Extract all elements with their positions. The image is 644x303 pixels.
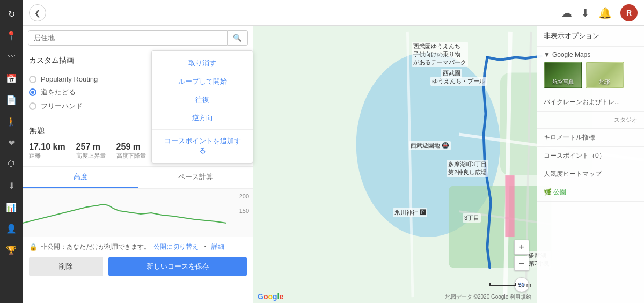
stat-distance: 17.10 km 距離 <box>29 142 65 160</box>
right-maps-title: ▼ Google Maps <box>544 51 638 58</box>
topbar: ❮ ☁ ⬇ 🔔 R <box>23 0 644 26</box>
stat-elevation-loss-value: 259 m <box>116 142 146 152</box>
avatar[interactable]: R <box>620 4 638 21</box>
sidebar-activity-icon[interactable]: 🚶 <box>2 112 21 131</box>
context-menu: 取り消す ループして開始 往復 逆方向 コースポイントを追加する <box>151 50 253 164</box>
map-thumb-aerial[interactable]: 航空写真 <box>544 62 582 88</box>
sidebar-refresh-icon[interactable]: ↻ <box>2 4 21 24</box>
lock-icon: 🔒 <box>29 243 38 251</box>
stat-distance-value: 17.10 km <box>29 142 65 152</box>
privacy-text: 非公開：あなただけが利用できます。 <box>41 242 150 252</box>
map-thumbnails: 航空写真 地形 <box>544 62 638 88</box>
sidebar-user-icon[interactable]: 👤 <box>2 219 21 238</box>
notification-icon[interactable]: 🔔 <box>598 6 612 19</box>
privacy-separator: ・ <box>202 242 208 252</box>
stat-elevation-loss-label: 高度下降量 <box>116 152 146 160</box>
drawing-title: カスタム描画 <box>29 56 74 65</box>
search-bar: 🔍 <box>23 26 253 50</box>
tab-elevation[interactable]: 高度 <box>23 167 138 188</box>
stat-elevation-gain-label: 高度上昇量 <box>76 152 106 160</box>
chart-area: 200 150 <box>23 189 253 237</box>
map-label-pool: ゆうえんち・プール <box>430 77 487 86</box>
stat-distance-label: 距離 <box>29 152 65 160</box>
zoom-controls: + − <box>514 240 529 271</box>
map-label-shrine: 氷川神社 🅿 <box>393 208 427 217</box>
sidebar-location-icon[interactable]: 📍 <box>2 26 21 45</box>
maps-title-text: Google Maps <box>552 51 590 58</box>
sidebar-document-icon[interactable]: 📄 <box>2 90 21 109</box>
sidebar: ↻ 📍 〰 📅 📄 🚶 ❤ ⏱ ⬇ 📊 👤 🏆 <box>0 0 23 303</box>
privacy-toggle-link[interactable]: 公開に切り替え <box>153 242 199 252</box>
sidebar-trophy-icon[interactable]: 🏆 <box>2 240 21 260</box>
option-freehand-label: フリーハンド <box>41 101 83 111</box>
option-popularity-label: Popularity Routing <box>41 75 98 83</box>
context-undo[interactable]: 取り消す <box>152 54 253 72</box>
context-divider <box>152 129 253 130</box>
download-icon[interactable]: ⬇ <box>581 6 590 19</box>
back-button[interactable]: ❮ <box>29 4 46 21</box>
sidebar-download-icon[interactable]: ⬇ <box>2 176 21 195</box>
triangle-icon: ▼ <box>544 51 550 58</box>
route-title: 無題 <box>29 125 45 136</box>
privacy-detail-link[interactable]: 詳細 <box>211 242 224 252</box>
context-reverse[interactable]: 往復 <box>152 91 253 109</box>
button-row: 削除 新しいコースを保存 <box>29 257 247 276</box>
right-item-coursepoint[interactable]: コースポイント（0） <box>537 147 644 165</box>
terrain-label: 地形 <box>587 78 623 86</box>
drawing-section: カスタム描画 ⋮ Popularity Routing 道をたどる フリーハンド <box>23 50 253 119</box>
radio-popularity <box>29 76 36 83</box>
right-item-bikelane[interactable]: バイクレーンおよびトレ... <box>537 93 644 112</box>
chart-label-top: 200 <box>239 193 249 199</box>
scale-bar <box>489 283 516 286</box>
right-maps-section: ▼ Google Maps 航空写真 地形 <box>537 47 644 93</box>
radio-freehand <box>29 102 36 110</box>
left-panel: 🔍 カスタム描画 ⋮ Popularity Routing 道をたどる <box>23 26 253 303</box>
map-scale: 50 m <box>489 282 531 288</box>
stat-elevation-loss: 259 m 高度下降量 <box>116 142 146 160</box>
radio-follow-road <box>29 88 36 96</box>
map-thumb-terrain[interactable]: 地形 <box>586 62 624 88</box>
map-label-3chome: 3丁目 <box>463 213 481 223</box>
save-button[interactable]: 新しいコースを保存 <box>108 257 247 276</box>
delete-button[interactable]: 削除 <box>29 257 103 276</box>
aerial-label: 航空写真 <box>545 78 581 86</box>
panel-footer: 🔒 非公開：あなただけが利用できます。 公開に切り替え ・ 詳細 削除 新しいコ… <box>23 237 253 282</box>
map-label-park: 西武園ゆうえんち子供向けの乗り物があるテーマパーク <box>412 42 468 67</box>
chart-label-mid: 150 <box>239 208 249 214</box>
google-brand: Google <box>258 292 283 301</box>
right-item-km[interactable]: キロメートル指標 <box>537 129 644 147</box>
sidebar-stats-icon[interactable]: 📊 <box>2 197 21 217</box>
map-copyright: 地図データ ©2020 Google 利用規約 <box>445 293 531 301</box>
content: 🔍 カスタム描画 ⋮ Popularity Routing 道をたどる <box>23 26 644 303</box>
map-label-district: 多摩湖町3丁目第2仲良し広場 <box>447 160 488 177</box>
elevation-chart <box>23 194 226 226</box>
right-item-heatmap[interactable]: 人気度ヒートマップ <box>537 165 644 183</box>
option-follow-road-label: 道をたどる <box>41 87 76 97</box>
cloud-icon[interactable]: ☁ <box>561 6 572 19</box>
zoom-in-button[interactable]: + <box>514 240 529 255</box>
stat-elevation-gain: 257 m 高度上昇量 <box>76 142 106 160</box>
right-panel-header: 非表示オプション <box>537 26 644 47</box>
search-input[interactable] <box>28 30 228 46</box>
main-area: ❮ ☁ ⬇ 🔔 R 🔍 カスタム描画 ⋮ <box>23 0 644 303</box>
right-panel: 非表示オプション ▼ Google Maps 航空写真 地形 <box>537 26 644 303</box>
scale-label: 50 m <box>518 282 531 288</box>
privacy-row: 🔒 非公開：あなただけが利用できます。 公開に切り替え ・ 詳細 <box>29 242 247 252</box>
sidebar-heart-icon[interactable]: ❤ <box>2 133 21 152</box>
topbar-actions: ☁ ⬇ 🔔 R <box>561 4 638 21</box>
right-item-park[interactable]: 🌿 公園 <box>537 183 644 202</box>
map-label-station: 西武遊園地 🚇 <box>409 141 451 150</box>
sidebar-route-icon[interactable]: 〰 <box>2 47 21 66</box>
map-container[interactable]: 西武園ゆうえんち子供向けの乗り物があるテーマパーク 西武園 ゆうえんち・プール … <box>253 26 644 303</box>
tab-pace[interactable]: ペース計算 <box>138 167 253 188</box>
stat-elevation-gain-value: 257 m <box>76 142 106 152</box>
zoom-out-button[interactable]: − <box>514 256 529 271</box>
context-loop[interactable]: ループして開始 <box>152 72 253 91</box>
tabs: 高度 ペース計算 <box>23 167 253 189</box>
sidebar-calendar-icon[interactable]: 📅 <box>2 69 21 88</box>
context-reverse-direction[interactable]: 逆方向 <box>152 109 253 127</box>
sidebar-timer-icon[interactable]: ⏱ <box>2 154 21 174</box>
search-button[interactable]: 🔍 <box>228 30 248 46</box>
right-item-stadium[interactable]: スタジオ <box>537 112 644 129</box>
context-add-course[interactable]: コースポイントを追加する <box>152 132 253 160</box>
